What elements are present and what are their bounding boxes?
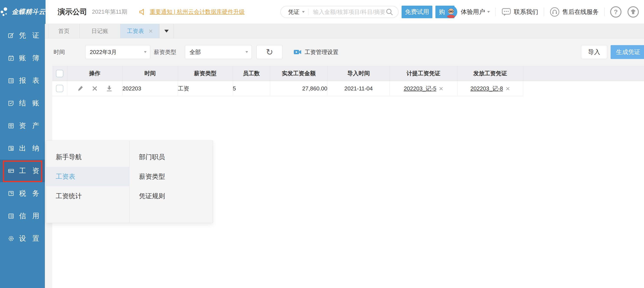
notice-link[interactable]: 重要通知 | 杭州云会计数据库硬件升级 bbox=[150, 8, 244, 16]
asset-icon bbox=[8, 122, 14, 129]
ledger-icon bbox=[8, 55, 14, 61]
time-filter-label: 时间 bbox=[54, 48, 65, 56]
topbar-right: 体验用户 联系我们 bbox=[445, 0, 639, 24]
report-icon bbox=[8, 78, 14, 84]
edit-icon[interactable] bbox=[77, 85, 84, 92]
sidebar-item-credit[interactable]: 信 用 bbox=[0, 205, 45, 227]
tab-list-dropdown[interactable] bbox=[160, 24, 174, 38]
after-sales-service-label: 售后在线服务 bbox=[562, 8, 599, 16]
sidebar-item-cashier[interactable]: 出 纳 bbox=[0, 137, 45, 160]
payment-voucher-link[interactable]: 202203_记-8 bbox=[470, 85, 503, 92]
sidebar-item-asset[interactable]: 资 产 bbox=[0, 114, 45, 137]
sidebar-item-tax[interactable]: 税 务 bbox=[0, 182, 45, 205]
submenu-item-salary-type[interactable]: 薪资类型 bbox=[130, 167, 213, 186]
submenu-item-beginner-guide[interactable]: 新手导航 bbox=[46, 147, 129, 167]
col-operation: 操作 bbox=[67, 66, 122, 81]
sidebar-item-label: 工 资 bbox=[19, 166, 42, 176]
sidebar-item-closing[interactable]: 结 账 bbox=[0, 92, 45, 114]
tab-home[interactable]: 首页 bbox=[48, 24, 80, 38]
app-window: 金蝶精斗云 演示公司 2021年第11期 重要通知 | 杭州云会计数据库硬件升级… bbox=[0, 0, 644, 288]
help-icon[interactable]: ? bbox=[610, 6, 622, 18]
table-header-row: 操作 时间 薪资类型 员工数 实发工资金额 导入时间 计提工资凭证 发放工资凭证 bbox=[52, 66, 644, 81]
chevron-down-icon bbox=[164, 30, 169, 32]
download-icon[interactable] bbox=[106, 85, 112, 92]
salary-management-settings-label: 工资管理设置 bbox=[305, 48, 338, 56]
accrual-voucher-link[interactable]: 202203_记-5 bbox=[404, 85, 436, 92]
col-payment-voucher: 发放工资凭证 bbox=[457, 66, 523, 81]
speaker-icon bbox=[138, 8, 146, 16]
submenu-left-column: 新手导航 工资表 工资统计 bbox=[46, 141, 130, 223]
sidebar-item-label: 出 纳 bbox=[19, 144, 42, 153]
free-trial-button[interactable]: 免费试用 bbox=[402, 6, 432, 18]
theme-shirt-icon[interactable] bbox=[628, 6, 639, 18]
sidebar-item-settings[interactable]: 设 置 bbox=[0, 227, 45, 250]
select-all-checkbox[interactable] bbox=[56, 70, 63, 77]
close-icon[interactable]: × bbox=[149, 28, 153, 34]
cell-salary-type: 工资 bbox=[178, 81, 233, 96]
time-select[interactable]: 2022年3月 bbox=[85, 45, 150, 59]
sidebar-item-label: 设 置 bbox=[19, 234, 42, 243]
submenu-item-label: 工资表 bbox=[56, 172, 75, 181]
headset-icon bbox=[550, 7, 560, 17]
company-name: 演示公司 bbox=[58, 7, 87, 17]
cell-employee-count: 5 bbox=[233, 81, 270, 96]
cell-net-pay-amount: 27,860.00 bbox=[270, 81, 328, 96]
row-checkbox[interactable] bbox=[56, 85, 63, 92]
user-name[interactable]: 体验用户 bbox=[461, 8, 485, 16]
sidebar-item-label: 信 用 bbox=[19, 211, 42, 221]
contact-us-link[interactable]: 联系我们 bbox=[501, 7, 538, 17]
salary-management-settings-link[interactable]: 工资管理设置 bbox=[294, 48, 338, 56]
submenu-item-label: 薪资类型 bbox=[139, 172, 165, 181]
after-sales-service-link[interactable]: 售后在线服务 bbox=[550, 7, 599, 17]
sidebar-item-label: 资 产 bbox=[19, 121, 42, 130]
sidebar-item-label: 结 账 bbox=[19, 98, 42, 108]
sidebar-item-label: 凭 证 bbox=[19, 31, 42, 40]
refresh-button[interactable]: ↻ bbox=[256, 45, 282, 59]
logo-dots-icon bbox=[0, 7, 10, 17]
sidebar-item-label: 账 簿 bbox=[19, 53, 42, 63]
action-buttons: 导入 生成凭证 bbox=[581, 45, 644, 59]
sidebar-item-ledger[interactable]: 账 簿 bbox=[0, 47, 45, 70]
tab-salary-sheet[interactable]: 工资表 × bbox=[120, 24, 160, 38]
chevron-down-icon bbox=[246, 51, 248, 53]
help-glyph: ? bbox=[614, 8, 618, 16]
chevron-down-icon[interactable] bbox=[487, 11, 490, 13]
submenu-item-label: 工资统计 bbox=[56, 192, 82, 200]
submenu-right-column: 部门职员 薪资类型 凭证规则 bbox=[130, 141, 213, 223]
credit-icon bbox=[8, 213, 14, 219]
brand-logo[interactable]: 金蝶精斗云 bbox=[0, 0, 46, 24]
import-button[interactable]: 导入 bbox=[581, 45, 607, 59]
delete-icon[interactable] bbox=[92, 86, 98, 92]
remove-voucher-icon[interactable]: × bbox=[506, 85, 510, 92]
search-category[interactable]: 凭证 bbox=[288, 8, 300, 16]
tab-journal[interactable]: 日记账 bbox=[80, 24, 120, 38]
col-empty bbox=[523, 66, 644, 81]
col-time: 时间 bbox=[122, 66, 178, 81]
voucher-icon bbox=[8, 32, 14, 39]
global-search: 凭证 bbox=[280, 6, 398, 18]
col-import-time: 导入时间 bbox=[328, 66, 390, 81]
sidebar-item-salary[interactable]: 工 资 bbox=[0, 160, 45, 182]
chevron-down-icon[interactable] bbox=[302, 11, 305, 13]
top-bar: 金蝶精斗云 演示公司 2021年第11期 重要通知 | 杭州云会计数据库硬件升级… bbox=[0, 0, 644, 24]
divider bbox=[496, 8, 496, 16]
refresh-icon: ↻ bbox=[266, 48, 273, 56]
sidebar-menu: 凭 证 账 簿 报 表 bbox=[0, 24, 45, 250]
remove-voucher-icon[interactable]: × bbox=[439, 85, 443, 92]
closing-icon bbox=[8, 100, 14, 106]
search-input[interactable] bbox=[313, 8, 386, 16]
accounting-period: 2021年第11期 bbox=[92, 8, 127, 16]
submenu-item-voucher-rules[interactable]: 凭证规则 bbox=[130, 186, 213, 206]
sidebar: 凭 证 账 簿 报 表 bbox=[0, 24, 45, 288]
submenu-item-salary-statistics[interactable]: 工资统计 bbox=[46, 186, 129, 206]
avatar[interactable] bbox=[445, 6, 457, 18]
submenu-item-label: 部门职员 bbox=[139, 153, 165, 162]
submenu-item-department-staff[interactable]: 部门职员 bbox=[130, 147, 213, 167]
search-icon[interactable] bbox=[386, 8, 393, 16]
sidebar-item-report[interactable]: 报 表 bbox=[0, 70, 45, 92]
generate-voucher-button[interactable]: 生成凭证 bbox=[610, 45, 644, 59]
salary-type-select[interactable]: 全部 bbox=[185, 45, 252, 59]
sidebar-item-voucher[interactable]: 凭 证 bbox=[0, 24, 45, 47]
submenu-item-salary-sheet[interactable]: 工资表 bbox=[46, 167, 129, 186]
col-salary-type: 薪资类型 bbox=[178, 66, 233, 81]
